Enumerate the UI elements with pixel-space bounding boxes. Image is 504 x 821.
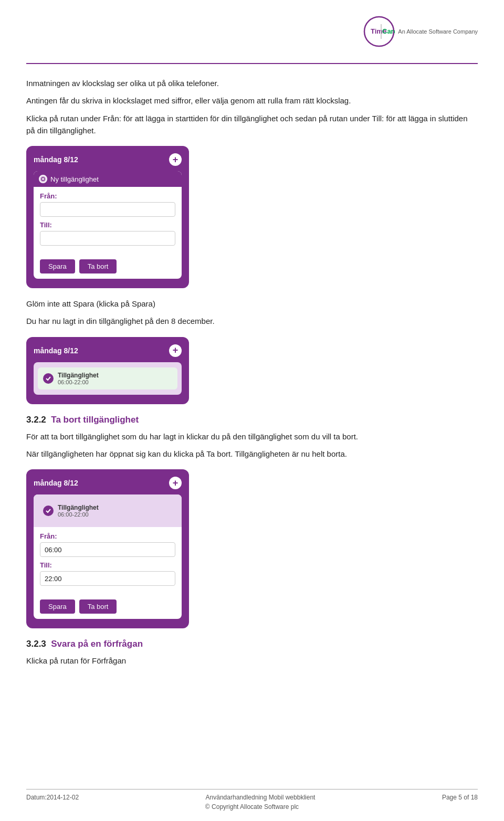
mockup1-plus-button[interactable]: + bbox=[169, 153, 182, 166]
ny-tillganglighet-label: Ny tillgänglighet bbox=[50, 175, 99, 183]
footer-divider bbox=[26, 789, 478, 790]
saved-check-icon bbox=[43, 373, 54, 384]
section-323-para1: Klicka på rutan för Förfrågan bbox=[26, 655, 478, 667]
mockup1-header: måndag 8/12 + bbox=[34, 153, 182, 166]
till-label: Till: bbox=[40, 221, 175, 229]
logo-subtitle: An Allocate Software Company bbox=[398, 28, 478, 35]
saved-label-2: Tillgänglighet bbox=[58, 372, 99, 379]
footer-date: Datum:2014-12-02 bbox=[26, 794, 79, 801]
para5: Du har nu lagt in din tillgänglighet på … bbox=[26, 315, 478, 327]
mockup3-fran-value: 06:00 bbox=[45, 546, 62, 554]
mockup3-till-label: Till: bbox=[40, 561, 175, 569]
mockup2-header: måndag 8/12 + bbox=[34, 344, 182, 357]
ny-icon bbox=[39, 175, 47, 183]
saved-bar-info: Tillgänglighet 06:00-22:00 bbox=[58, 372, 99, 385]
logo-container: Time Care An Allocate Software Company bbox=[363, 16, 478, 47]
footer-page: Page 5 of 18 bbox=[442, 794, 478, 801]
section-322-para2: När tillgängligheten har öppnat sig kan … bbox=[26, 448, 478, 460]
ta-bort-button-3[interactable]: Ta bort bbox=[79, 599, 117, 614]
fran-label: Från: bbox=[40, 192, 175, 200]
mockup3-plus-button[interactable]: + bbox=[169, 477, 182, 489]
saved-tillganglighet-bar[interactable]: Tillgänglighet 06:00-22:00 bbox=[38, 367, 177, 390]
section-323-title: Svara på en förfrågan bbox=[51, 639, 143, 649]
section-322-title: Ta bort tillgänglighet bbox=[51, 415, 139, 425]
mockup2-inner: Tillgänglighet 06:00-22:00 bbox=[34, 362, 182, 395]
saved-time-2: 06:00-22:00 bbox=[58, 379, 99, 385]
footer-title: Användarhandledning Mobil webbklient bbox=[206, 794, 316, 801]
para1: Inmatningen av klockslag ser olika ut på… bbox=[26, 77, 478, 89]
mockup3-fran-input[interactable]: 06:00 bbox=[40, 542, 175, 557]
mockup1-date: måndag 8/12 bbox=[34, 155, 78, 164]
section-322-para1: För att ta bort tillgänglighet som du ha… bbox=[26, 430, 478, 443]
logo-text: Time Care An Allocate Software Company bbox=[363, 16, 478, 47]
mockup2: måndag 8/12 + Tillgänglighet 06:00-22:00 bbox=[26, 337, 189, 404]
ny-tillganglighet-bar: Ny tillgänglighet bbox=[34, 171, 182, 187]
section-322-heading: 3.2.2 Ta bort tillgänglighet bbox=[26, 415, 478, 425]
header-divider bbox=[26, 63, 478, 64]
mockup3-till-value: 22:00 bbox=[45, 575, 62, 583]
mockup3-saved-time: 06:00-22:00 bbox=[58, 511, 99, 518]
mockup3-buttons: Spara Ta bort bbox=[34, 595, 182, 619]
spara-button-1[interactable]: Spara bbox=[40, 259, 75, 273]
mockup3-saved-bar[interactable]: Tillgänglighet 06:00-22:00 bbox=[38, 500, 177, 522]
till-input[interactable] bbox=[40, 231, 175, 246]
mockup3-inner: Tillgänglighet 06:00-22:00 Från: 06:00 T… bbox=[34, 494, 182, 619]
para3: Klicka på rutan under Från: för att lägg… bbox=[26, 112, 478, 137]
mockup3-saved-bar-wrapper: Tillgänglighet 06:00-22:00 bbox=[34, 494, 182, 527]
mockup3: måndag 8/12 + Tillgänglighet 06:00-22:00 bbox=[26, 469, 189, 628]
section-323-heading: 3.2.3 Svara på en förfrågan bbox=[26, 639, 478, 649]
mockup3-check-icon bbox=[43, 506, 54, 516]
mockup3-till-input[interactable]: 22:00 bbox=[40, 571, 175, 586]
mockup3-saved-info: Tillgänglighet 06:00-22:00 bbox=[58, 504, 99, 518]
mockup2-date: måndag 8/12 bbox=[34, 346, 78, 355]
mockup3-date: måndag 8/12 bbox=[34, 479, 78, 487]
para4: Glöm inte att Spara (klicka på Spara) bbox=[26, 298, 478, 310]
mockup3-form: Från: 06:00 Till: 22:00 bbox=[34, 527, 182, 595]
logo-icon: Time Care bbox=[363, 16, 395, 47]
mockup3-saved-label: Tillgänglighet bbox=[58, 504, 99, 511]
mockup1-buttons: Spara Ta bort bbox=[34, 255, 182, 279]
svg-text:Care: Care bbox=[382, 27, 395, 35]
footer: Datum:2014-12-02 Användarhandledning Mob… bbox=[0, 789, 504, 811]
fran-input[interactable] bbox=[40, 202, 175, 217]
header: Time Care An Allocate Software Company bbox=[26, 16, 478, 47]
ta-bort-button-1[interactable]: Ta bort bbox=[79, 259, 117, 273]
footer-copyright: © Copyright Allocate Software plc bbox=[26, 803, 478, 811]
page-container: Time Care An Allocate Software Company I… bbox=[0, 0, 504, 821]
mockup1-inner: Ny tillgänglighet Från: Till: Spara Ta b… bbox=[34, 171, 182, 279]
section-322-number: 3.2.2 bbox=[26, 415, 46, 425]
footer-row: Datum:2014-12-02 Användarhandledning Mob… bbox=[26, 794, 478, 801]
mockup3-fran-label: Från: bbox=[40, 532, 175, 540]
mockup1-form: Från: Till: bbox=[34, 187, 182, 255]
mockup2-plus-button[interactable]: + bbox=[169, 344, 182, 357]
mockup3-header: måndag 8/12 + bbox=[34, 477, 182, 489]
spara-button-3[interactable]: Spara bbox=[40, 599, 75, 614]
mockup1: måndag 8/12 + Ny tillgänglighet Från: Ti… bbox=[26, 146, 189, 288]
para2: Antingen får du skriva in klockslaget me… bbox=[26, 94, 478, 107]
section-323-number: 3.2.3 bbox=[26, 639, 46, 649]
